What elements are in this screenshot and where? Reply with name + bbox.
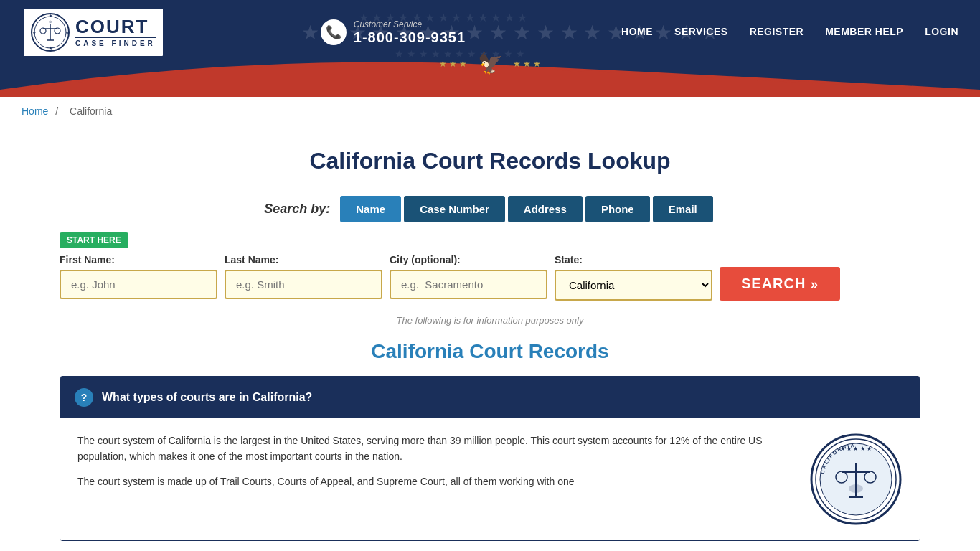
logo-case-finder-text: CASE FINDER: [75, 37, 156, 47]
court-emblem-icon: ★ ★ ★ ★ ⊙: [31, 13, 70, 52]
breadcrumb-current: California: [70, 105, 112, 117]
faq-paragraph-1: The court system of California is the la…: [77, 433, 792, 465]
logo-court-text: COURT: [75, 17, 149, 36]
nav-home[interactable]: HOME: [621, 26, 653, 39]
tab-email[interactable]: Email: [653, 196, 713, 222]
cs-label: Customer Service: [354, 19, 466, 29]
logo-area[interactable]: ★ ★ ★ ★ ⊙ COURT CASE FINDER: [22, 6, 165, 58]
state-label: State:: [555, 254, 712, 265]
faq-header[interactable]: ? What types of courts are in California…: [60, 377, 920, 418]
faq-body: The court system of California is the la…: [60, 418, 920, 540]
search-by-row: Search by: Name Case Number Address Phon…: [60, 196, 920, 222]
nav-member-help[interactable]: MEMBER HELP: [825, 26, 903, 39]
svg-text:★: ★: [65, 31, 69, 35]
breadcrumb: Home / California: [0, 97, 980, 126]
state-select[interactable]: California Alabama Alaska Arizona Arkans…: [555, 270, 712, 301]
city-label: City (optional):: [390, 254, 547, 265]
svg-point-25: [849, 484, 863, 493]
customer-service: 📞 Customer Service 1-800-309-9351: [321, 19, 466, 46]
faq-paragraph-2: The court system is made up of Trail Cou…: [77, 474, 792, 489]
state-group: State: California Alabama Alaska Arizona…: [555, 254, 712, 301]
breadcrumb-separator: /: [55, 105, 58, 117]
faq-block: ? What types of courts are in California…: [60, 376, 920, 541]
main-content: California Court Records Lookup Search b…: [31, 126, 949, 551]
california-seal: CALIFORNIA ★ ★ ★ ★ ★: [809, 433, 903, 526]
records-title: California Court Records: [60, 340, 920, 363]
logo-box[interactable]: ★ ★ ★ ★ ⊙ COURT CASE FINDER: [22, 6, 165, 58]
first-name-input[interactable]: [60, 270, 217, 299]
main-nav: HOME SERVICES REGISTER MEMBER HELP LOGIN: [621, 26, 958, 39]
svg-text:⊙: ⊙: [49, 19, 52, 24]
first-name-group: First Name:: [60, 254, 217, 299]
last-name-input[interactable]: [225, 270, 382, 299]
svg-text:★: ★: [49, 14, 52, 18]
tab-case-number[interactable]: Case Number: [404, 196, 505, 222]
tab-name[interactable]: Name: [340, 196, 401, 222]
eagle-decoration: ★ ★ ★ 🦅 ★ ★ ★: [439, 52, 541, 75]
faq-question-icon: ?: [75, 388, 93, 407]
city-group: City (optional):: [390, 254, 547, 299]
last-name-group: Last Name:: [225, 254, 382, 299]
tab-phone[interactable]: Phone: [585, 196, 650, 222]
faq-question-text: What types of courts are in California?: [102, 391, 312, 404]
breadcrumb-home[interactable]: Home: [22, 105, 48, 117]
svg-text:★ ★ ★ ★ ★: ★ ★ ★ ★ ★: [840, 446, 872, 452]
phone-icon: 📞: [321, 19, 347, 45]
first-name-label: First Name:: [60, 254, 217, 265]
svg-text:★: ★: [32, 31, 36, 35]
chevrons-icon: »: [811, 277, 819, 291]
cs-phone: 1-800-309-9351: [354, 29, 466, 46]
info-note: The following is for information purpose…: [60, 315, 920, 326]
nav-login[interactable]: LOGIN: [925, 26, 958, 39]
city-input[interactable]: [390, 270, 547, 299]
faq-text: The court system of California is the la…: [77, 433, 792, 489]
tab-address[interactable]: Address: [508, 196, 583, 222]
nav-register[interactable]: REGISTER: [750, 26, 804, 39]
page-title: California Court Records Lookup: [60, 148, 920, 174]
start-here-badge: START HERE: [60, 232, 128, 248]
wave-section: ★ ★ ★ 🦅 ★ ★ ★: [0, 65, 980, 93]
svg-text:★: ★: [49, 46, 52, 50]
search-section: Search by: Name Case Number Address Phon…: [60, 196, 920, 301]
search-form-row: First Name: Last Name: City (optional): …: [60, 254, 920, 301]
search-btn-label: SEARCH: [741, 276, 806, 291]
search-by-label: Search by:: [264, 202, 330, 217]
nav-services[interactable]: SERVICES: [674, 26, 728, 39]
last-name-label: Last Name:: [225, 254, 382, 265]
search-button[interactable]: SEARCH »: [720, 267, 840, 301]
